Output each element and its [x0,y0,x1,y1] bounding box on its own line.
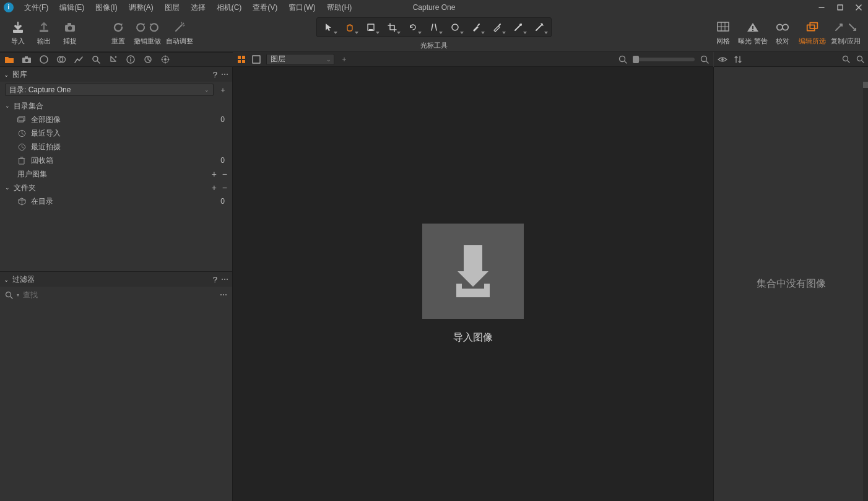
slider-thumb[interactable] [633,56,639,63]
add-collection-button[interactable]: + [212,169,217,179]
exposure-warning-label: 曝光 警告 [738,37,767,46]
import-label: 导入 [11,37,25,46]
svg-point-22 [777,24,783,30]
add-layer-icon[interactable]: + [339,54,349,64]
scrollbar[interactable] [863,82,868,501]
svg-line-67 [862,61,864,63]
tab-details-icon[interactable] [90,54,102,65]
tree-item-all-images[interactable]: 全部图像 0 [0,113,232,126]
proof-button[interactable]: 校对 [768,20,797,46]
sort-icon[interactable] [734,55,742,64]
copy-apply-label: 复制/应用 [831,37,860,46]
auto-adjust-button[interactable]: 自动调整 [163,15,196,51]
tab-color-icon[interactable] [56,54,67,65]
cursor-keystone-tool[interactable] [423,19,445,35]
cursor-loupe-tool[interactable] [360,19,381,35]
svg-line-56 [625,61,627,63]
cursor-spot-tool[interactable] [445,19,466,35]
add-catalog-button[interactable]: ＋ [219,85,227,94]
menu-help[interactable]: 帮助(H) [321,1,358,15]
zoom-in-icon[interactable] [700,54,710,64]
tab-library-icon[interactable] [4,54,15,65]
grid-button[interactable]: 网格 [708,20,738,46]
edit-selected-button[interactable]: 编辑所选 [797,20,827,46]
window-maximize-button[interactable] [831,0,849,15]
tab-metadata-icon[interactable] [125,54,136,65]
tab-capture-icon[interactable] [21,54,32,65]
cursor-heal-tool[interactable] [529,19,550,35]
menu-image[interactable]: 图像(I) [90,1,123,15]
trash-icon [17,156,26,165]
search-icon[interactable] [842,55,850,63]
reset-button[interactable]: 重置 [105,15,131,51]
cursor-rotate-tool[interactable] [402,19,423,35]
tab-lens-icon[interactable] [38,54,50,65]
help-icon[interactable]: ? [213,275,217,284]
filter-search-input[interactable] [23,290,216,299]
capture-button[interactable]: 捕捉 [57,15,83,51]
tree-item-trash[interactable]: 回收箱 0 [0,154,232,167]
help-icon[interactable]: ? [213,70,217,79]
window-close-button[interactable] [849,0,868,15]
undo-redo-button[interactable]: 撤销重做 [131,15,163,51]
cursor-gradient-tool[interactable] [508,19,529,35]
menu-edit[interactable]: 编辑(E) [54,1,90,15]
add-folder-button[interactable]: + [212,183,217,193]
menu-window[interactable]: 窗口(W) [283,1,321,15]
zoom-slider[interactable] [633,58,695,61]
menu-view[interactable]: 查看(V) [247,1,283,15]
tab-adjustments-icon[interactable] [108,54,119,65]
tree-item-in-catalog[interactable]: 在目录 0 [0,194,232,208]
catalog-selector[interactable]: 目录: Capture One ⌄ [5,84,214,96]
cursor-tools: 光标工具 [316,17,552,50]
search-icon-2[interactable] [856,55,864,63]
cursor-hand-tool[interactable] [339,19,360,35]
single-view-icon[interactable] [251,54,261,64]
tab-exposure-icon[interactable] [73,54,84,65]
svg-point-29 [40,56,48,63]
tree-item-recent-capture[interactable]: 最近拍摄 [0,140,232,154]
scrollbar-thumb[interactable] [863,82,868,88]
more-icon[interactable]: ⋯ [220,290,227,299]
menu-select[interactable]: 选择 [185,1,211,15]
menu-file[interactable]: 文件(F) [19,1,54,15]
auto-adjust-label: 自动调整 [166,37,193,46]
zoom-out-icon[interactable] [618,54,628,64]
menu-camera[interactable]: 相机(C) [211,1,248,15]
export-button[interactable]: 输出 [31,15,57,51]
app-logo-icon: i [4,2,14,12]
eye-icon[interactable] [718,56,727,63]
cursor-eraser-tool[interactable] [487,19,508,35]
cursor-brush-tool[interactable] [466,19,487,35]
more-icon[interactable]: ⋯ [221,70,228,79]
import-button[interactable]: 导入 [5,15,31,51]
library-panel-header[interactable]: ⌄ 图库 ? ⋯ [0,67,232,82]
import-images-tile[interactable] [422,224,524,319]
more-icon[interactable]: ⋯ [221,275,228,284]
svg-point-55 [620,56,625,61]
layer-selector[interactable]: 图层 ⌄ [266,54,334,65]
search-dropdown-icon[interactable]: ▾ [17,292,19,298]
svg-line-58 [706,61,708,63]
tab-output-icon[interactable] [142,54,154,65]
svg-rect-24 [807,25,815,30]
export-label: 输出 [37,37,51,46]
section-folders[interactable]: ⌄ 文件夹 + − [0,181,232,194]
window-minimize-button[interactable] [812,0,831,15]
remove-folder-button[interactable]: − [222,183,227,193]
svg-point-48 [6,292,11,297]
cursor-select-tool[interactable] [318,19,339,35]
copy-apply-button[interactable]: 复制/应用 [827,20,864,46]
thumbnail-grid-icon[interactable] [237,54,246,64]
capture-label: 捕捉 [63,37,77,46]
tree-item-recent-import[interactable]: 最近导入 [0,126,232,140]
section-user-collection[interactable]: 用户图集 + − [0,167,232,181]
filter-panel-header[interactable]: ⌄ 过滤器 ? ⋯ [0,272,232,287]
cursor-crop-tool[interactable] [381,19,402,35]
exposure-warning-button[interactable]: 曝光 警告 [738,20,768,46]
menu-adjust[interactable]: 调整(A) [123,1,159,15]
menu-layer[interactable]: 图层 [159,1,185,15]
remove-collection-button[interactable]: − [222,169,227,179]
tab-batch-icon[interactable] [160,54,171,65]
section-catalog-collection[interactable]: ⌄ 目录集合 [0,99,232,113]
